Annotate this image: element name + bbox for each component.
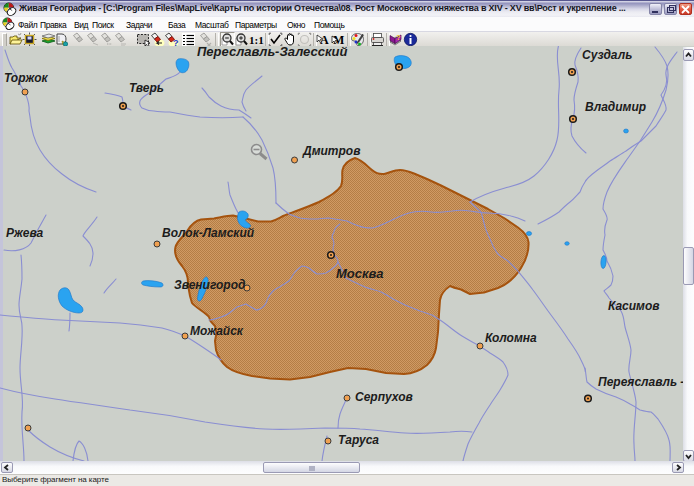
svg-text:?: ? (396, 34, 400, 41)
svg-text:Дмитров: Дмитров (302, 144, 360, 158)
svg-text:Владимир: Владимир (585, 100, 646, 114)
svg-text:Москва: Москва (336, 266, 384, 281)
svg-text:Серпухов: Серпухов (355, 390, 413, 404)
svg-text:Коломна: Коломна (485, 331, 537, 345)
svg-text:Звенигород: Звенигород (174, 278, 245, 292)
svg-text:Таруса: Таруса (338, 433, 379, 447)
svg-text:Волок-Ламский: Волок-Ламский (162, 226, 255, 240)
svg-text:Касимов: Касимов (608, 299, 660, 313)
svg-text:Можайск: Можайск (190, 324, 244, 338)
svg-text:1:1: 1:1 (249, 34, 264, 46)
svg-text:Ржева: Ржева (6, 226, 44, 240)
svg-text:A: A (320, 33, 329, 47)
svg-text:Тверь: Тверь (129, 81, 164, 95)
svg-text:Переяславль -: Переяславль - (598, 375, 684, 389)
svg-text:Переславль-Залесский: Переславль-Залесский (197, 46, 347, 59)
svg-text:Суздаль: Суздаль (582, 48, 632, 62)
svg-text:Торжок: Торжок (4, 71, 49, 85)
